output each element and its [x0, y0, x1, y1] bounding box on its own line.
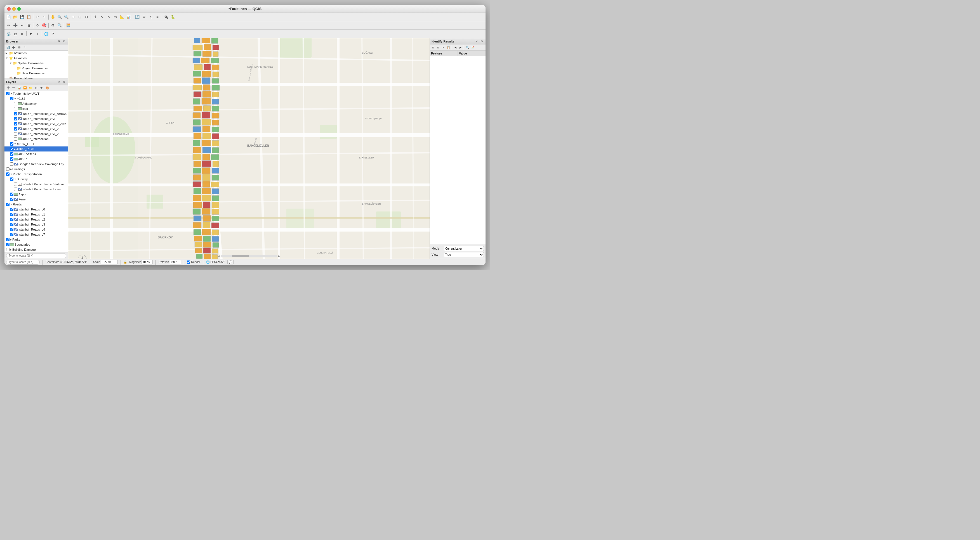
- layer-item[interactable]: ▼ Footprints by UAVT: [5, 91, 68, 96]
- magnifier-input[interactable]: [142, 260, 153, 264]
- browser-tree-item[interactable]: 🏠 Project Home: [5, 76, 68, 79]
- scroll-right-btn[interactable]: ▶: [277, 254, 281, 258]
- zoom-out-btn[interactable]: 🔍: [63, 14, 69, 20]
- gps-btn[interactable]: 📡: [6, 31, 12, 37]
- browser-tree-item[interactable]: ▶ 📁 /Volumes: [5, 51, 68, 56]
- statusbar-search-input[interactable]: [6, 260, 40, 265]
- layers-collapse-btn[interactable]: ⊟: [33, 86, 38, 91]
- layer-item[interactable]: Istanbul_Roads_L1: [5, 212, 68, 217]
- layer-item[interactable]: ▼ Public Transportation: [5, 172, 68, 177]
- layer-item[interactable]: ▶ 40187_RIGHT: [5, 146, 68, 151]
- redo-btn[interactable]: ↪: [41, 14, 47, 20]
- layer-item[interactable]: ▶ Building Damage: [5, 247, 68, 252]
- identify-btn[interactable]: ℹ: [92, 14, 98, 20]
- layer-item[interactable]: ▼ 40187: [5, 96, 68, 101]
- layer-item[interactable]: Istanbul Public Transit Lines: [5, 187, 68, 192]
- layer-item[interactable]: Istanbul_Roads_L0: [5, 207, 68, 212]
- close-button[interactable]: [7, 7, 11, 11]
- layers-content[interactable]: ▼ Footprints by UAVT ▼ 40187 Adjacency c…: [5, 91, 68, 252]
- layer-item[interactable]: Istanbul_Roads_L3: [5, 222, 68, 227]
- browser-panel-btn[interactable]: 🗂: [12, 31, 19, 37]
- browser-close-btn[interactable]: ✕: [57, 39, 61, 44]
- maximize-button[interactable]: [18, 7, 21, 11]
- save-project-btn[interactable]: 💾: [19, 14, 25, 20]
- layers-visibility-btn[interactable]: 👁: [39, 86, 44, 91]
- identify-expand-btn[interactable]: ⊞: [431, 45, 436, 50]
- identify-zoom-btn[interactable]: 🔍: [465, 45, 469, 50]
- layers-remove-btn[interactable]: ➖: [11, 86, 16, 91]
- browser-collapse-btn[interactable]: ⊟: [17, 45, 22, 50]
- georef-btn[interactable]: 🌐: [43, 31, 49, 37]
- layer-item[interactable]: 40187: [5, 157, 68, 162]
- layer-item[interactable]: 40187-Steps: [5, 151, 68, 157]
- layer-item[interactable]: 40187_Intersection_SVI: [5, 116, 68, 121]
- layer-item[interactable]: ▼ Subway: [5, 177, 68, 182]
- snap-btn[interactable]: 🎯: [41, 22, 47, 29]
- python-btn[interactable]: 🐍: [170, 14, 176, 20]
- browser-content[interactable]: ▶ 📁 /Volumes ▼ ⭐ Favorites ▼ 📁 Spatial B…: [5, 51, 68, 79]
- scale-input[interactable]: [101, 260, 118, 264]
- select-btn[interactable]: ↖: [99, 14, 105, 20]
- map-scrollbar[interactable]: [221, 255, 277, 257]
- layers-float-btn[interactable]: ⧉: [62, 79, 66, 84]
- layer-item[interactable]: Google StreetView Coverage Lay: [5, 162, 68, 167]
- layers-open-attr-btn[interactable]: 📊: [17, 86, 22, 91]
- layer-item[interactable]: ▼ Roads: [5, 202, 68, 207]
- browser-refresh-btn[interactable]: 🔄: [6, 45, 11, 50]
- layer-item[interactable]: Boundaries: [5, 242, 68, 247]
- help-btn[interactable]: ?: [50, 31, 56, 37]
- new-project-btn[interactable]: 📄: [6, 14, 12, 20]
- zoom-in-btn[interactable]: 🔍: [57, 14, 63, 20]
- add-raster-btn[interactable]: +: [34, 31, 41, 37]
- view-select[interactable]: Tree Table Graph: [444, 252, 484, 257]
- identify-clear-btn[interactable]: ✕: [441, 45, 445, 50]
- layers-add-btn[interactable]: ➕: [6, 86, 11, 91]
- messages-btn[interactable]: 💬: [228, 260, 234, 264]
- identify-close-btn[interactable]: ✕: [474, 39, 479, 44]
- identify-float-btn[interactable]: ⧉: [479, 39, 484, 44]
- open-project-btn[interactable]: 📂: [12, 14, 19, 20]
- rotation-input[interactable]: [170, 260, 181, 264]
- refresh-btn[interactable]: 🔄: [134, 14, 140, 20]
- layer-item[interactable]: 40187_Intersection_SVI_2: [5, 131, 68, 137]
- field-calc-btn[interactable]: 🧮: [65, 22, 71, 29]
- attribute-table-btn[interactable]: 📊: [126, 14, 132, 20]
- render-checkbox[interactable]: [187, 260, 190, 264]
- zoom-layer-btn[interactable]: ⊡: [76, 14, 83, 20]
- browser-tree-item[interactable]: 📁 User Bookmarks: [5, 71, 68, 76]
- search-features-btn[interactable]: 🔍: [57, 22, 63, 29]
- identify-forward-btn[interactable]: ▶: [458, 45, 463, 50]
- digitize-btn[interactable]: ✏: [6, 22, 12, 29]
- identify-form-btn[interactable]: 📝: [470, 45, 475, 50]
- layer-item[interactable]: ▼ 40187_LEFT: [5, 141, 68, 146]
- layer-item[interactable]: ▶ Buildings: [5, 167, 68, 172]
- layer-properties-btn[interactable]: ⚙: [141, 14, 147, 20]
- add-feature-btn[interactable]: ➕: [12, 22, 19, 29]
- layer-item[interactable]: Airport: [5, 192, 68, 197]
- layer-item[interactable]: ● Istanbul Public Transit Stations: [5, 182, 68, 187]
- zoom-full-btn[interactable]: ⊞: [70, 14, 76, 20]
- plugin-btn[interactable]: 🔌: [163, 14, 169, 20]
- identify-back-btn[interactable]: ◀: [453, 45, 458, 50]
- select-rect-btn[interactable]: ▭: [112, 14, 118, 20]
- layers-panel-btn[interactable]: ≡: [19, 31, 25, 37]
- layers-filter-btn[interactable]: 🔽: [22, 86, 27, 91]
- layers-theme-btn[interactable]: 🎨: [45, 86, 50, 91]
- delete-feature-btn[interactable]: 🗑: [26, 22, 32, 29]
- identify-collapse-btn[interactable]: ⊟: [436, 45, 441, 50]
- layer-item[interactable]: ▶ Parks: [5, 237, 68, 242]
- browser-tree-item[interactable]: ▼ ⭐ Favorites: [5, 56, 68, 60]
- save-as-btn[interactable]: 📋: [26, 14, 32, 20]
- layers-group-btn[interactable]: 📁: [28, 86, 33, 91]
- layer-item[interactable]: 40187_Intersection_SVI_2: [5, 126, 68, 131]
- map-area[interactable]: YENİBOĞNA MERKEZ KOÇASINAN MERKEZ SOĞANL…: [68, 38, 430, 259]
- browser-tree-item[interactable]: 📁 Project Bookmarks: [5, 66, 68, 71]
- browser-properties-btn[interactable]: ℹ: [22, 45, 27, 50]
- zoom-select-btn[interactable]: ⊙: [83, 14, 89, 20]
- mode-select[interactable]: Current Layer Top Down All Layers: [444, 246, 484, 251]
- layer-item[interactable]: Istanbul_Roads_L2: [5, 217, 68, 222]
- add-vector-btn[interactable]: ▼: [28, 31, 34, 37]
- node-tool-btn[interactable]: ◇: [34, 22, 41, 29]
- undo-btn[interactable]: ↩: [34, 14, 41, 20]
- pan-btn[interactable]: ✋: [50, 14, 56, 20]
